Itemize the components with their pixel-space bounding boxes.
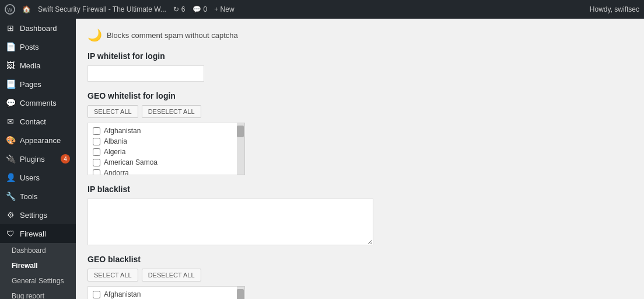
geo-blacklist-scrollbar[interactable]	[237, 286, 245, 299]
sidebar-label-tools: Tools	[20, 192, 37, 201]
site-name-text: Swift Security Firewall - The Ultimate W…	[38, 5, 166, 13]
admin-bar: W 🏠 Swift Security Firewall - The Ultima…	[0, 0, 644, 19]
geo-whitelist-item-0: Afghanistan	[90, 126, 235, 136]
comment-icon: 💬	[192, 5, 201, 13]
home-icon-item[interactable]: 🏠	[22, 5, 31, 13]
sidebar-item-media[interactable]: 🖼 Media	[0, 56, 76, 75]
ip-blacklist-label: IP blacklist	[88, 185, 632, 194]
loading-item[interactable]: ↻ 6	[173, 5, 186, 13]
geo-whitelist-check-4[interactable]	[93, 169, 100, 176]
sidebar-label-dashboard: Dashboard	[20, 24, 57, 33]
spam-toggle-icon: 🌙	[88, 28, 102, 42]
submenu-item-bug[interactable]: Bug report	[0, 288, 76, 299]
sidebar-label-plugins: Plugins	[20, 155, 45, 164]
sidebar-label-media: Media	[20, 61, 40, 70]
geo-whitelist-label: GEO whitelist for login	[88, 91, 632, 100]
media-icon: 🖼	[6, 61, 15, 70]
users-icon: 👤	[6, 173, 15, 182]
plugins-badge: 4	[61, 154, 70, 164]
spam-section: 🌙 Blocks comment spam without captcha	[88, 28, 632, 42]
wp-logo-item[interactable]: W	[5, 4, 15, 15]
geo-blacklist-item-0: Afghanistan	[90, 289, 235, 299]
content-area: 🌙 Blocks comment spam without captcha IP…	[76, 19, 644, 299]
loading-icon: ↻	[173, 5, 179, 13]
plugins-icon: 🔌	[6, 154, 15, 164]
geo-whitelist-list[interactable]: Afghanistan Albania Algeria American Sam…	[88, 123, 237, 175]
dashboard-icon: ⊞	[6, 23, 15, 33]
sidebar-item-settings[interactable]: ⚙ Settings	[0, 206, 76, 224]
new-label: + New	[214, 5, 234, 13]
howdy-text: Howdy, swiftsec	[590, 5, 639, 13]
geo-whitelist-deselect-all-button[interactable]: DESELECT ALL	[142, 105, 201, 118]
svg-text:W: W	[8, 7, 13, 13]
geo-whitelist-item-2: Algeria	[90, 147, 235, 157]
geo-whitelist-check-3[interactable]	[93, 159, 100, 166]
sidebar-label-firewall: Firewall	[20, 230, 46, 238]
tools-icon: 🔧	[6, 192, 15, 201]
geo-blacklist-list-wrapper: Afghanistan Albania Algeria American Sam…	[88, 286, 632, 299]
sidebar-item-dashboard[interactable]: ⊞ Dashboard	[0, 19, 76, 37]
sidebar-item-firewall[interactable]: 🛡 Firewall	[0, 224, 76, 243]
sidebar-label-comments: Comments	[20, 99, 57, 107]
sidebar-item-users[interactable]: 👤 Users	[0, 168, 76, 187]
submenu-item-firewall[interactable]: Firewall	[0, 258, 76, 273]
sidebar-label-posts: Posts	[20, 43, 39, 51]
geo-blacklist-deselect-all-button[interactable]: DESELECT ALL	[142, 269, 201, 281]
comment-item[interactable]: 💬 0	[192, 5, 208, 13]
geo-blacklist-scroll-thumb	[237, 289, 244, 299]
home-icon: 🏠	[22, 5, 31, 13]
pages-icon: 📃	[6, 79, 15, 89]
sidebar-item-comments[interactable]: 💬 Comments	[0, 93, 76, 112]
new-item[interactable]: + New	[214, 5, 234, 13]
sidebar-label-appearance: Appearance	[20, 136, 61, 145]
comment-count: 0	[204, 5, 208, 13]
sidebar-item-contact[interactable]: ✉ Contact	[0, 112, 76, 131]
sidebar-item-tools[interactable]: 🔧 Tools	[0, 187, 76, 206]
geo-whitelist-list-wrapper: Afghanistan Albania Algeria American Sam…	[88, 123, 632, 175]
loading-count: 6	[181, 5, 186, 13]
geo-whitelist-button-row: SELECT ALL DESELECT ALL	[88, 105, 632, 118]
sidebar-item-pages[interactable]: 📃 Pages	[0, 75, 76, 93]
sidebar-label-users: Users	[20, 173, 40, 182]
sidebar-label-settings: Settings	[20, 211, 47, 220]
geo-blacklist-list[interactable]: Afghanistan Albania Algeria American Sam…	[88, 286, 237, 299]
geo-whitelist-check-2[interactable]	[93, 148, 100, 156]
firewall-submenu: Dashboard Firewall General Settings Bug …	[0, 243, 76, 299]
sidebar-item-posts[interactable]: 📄 Posts	[0, 37, 76, 56]
firewall-icon: 🛡	[6, 229, 15, 238]
geo-whitelist-item-4: Andorra	[90, 168, 235, 175]
sidebar: ⊞ Dashboard 📄 Posts 🖼 Media 📃 Pages 💬 Co…	[0, 19, 76, 299]
spam-label: Blocks comment spam without captcha	[107, 31, 238, 40]
main-layout: ⊞ Dashboard 📄 Posts 🖼 Media 📃 Pages 💬 Co…	[0, 19, 644, 299]
ip-blacklist-textarea[interactable]	[88, 199, 373, 245]
site-name-item[interactable]: Swift Security Firewall - The Ultimate W…	[38, 5, 166, 13]
geo-whitelist-scroll-thumb	[237, 126, 244, 137]
sidebar-item-appearance[interactable]: 🎨 Appearance	[0, 131, 76, 150]
comments-icon: 💬	[6, 98, 15, 107]
sidebar-label-contact: Contact	[20, 117, 46, 126]
posts-icon: 📄	[6, 42, 15, 51]
ip-whitelist-label: IP whitelist for login	[88, 51, 632, 61]
submenu-item-general[interactable]: General Settings	[0, 273, 76, 288]
geo-whitelist-check-1[interactable]	[93, 138, 100, 145]
sidebar-label-pages: Pages	[20, 80, 41, 89]
geo-blacklist-select-all-button[interactable]: SELECT ALL	[88, 269, 138, 281]
geo-whitelist-item-3: American Samoa	[90, 157, 235, 168]
appearance-icon: 🎨	[6, 135, 15, 145]
geo-whitelist-select-all-button[interactable]: SELECT ALL	[88, 105, 138, 118]
contact-icon: ✉	[6, 117, 15, 126]
geo-blacklist-check-0[interactable]	[93, 291, 100, 298]
geo-whitelist-check-0[interactable]	[93, 127, 100, 135]
sidebar-item-plugins[interactable]: 🔌 Plugins 4	[0, 150, 76, 168]
submenu-item-dashboard[interactable]: Dashboard	[0, 243, 76, 258]
geo-whitelist-scrollbar[interactable]	[237, 123, 245, 175]
geo-whitelist-item-1: Albania	[90, 136, 235, 147]
settings-icon: ⚙	[6, 210, 15, 220]
ip-whitelist-input[interactable]	[88, 65, 204, 82]
geo-blacklist-button-row: SELECT ALL DESELECT ALL	[88, 269, 632, 281]
geo-blacklist-label: GEO blacklist	[88, 255, 632, 264]
